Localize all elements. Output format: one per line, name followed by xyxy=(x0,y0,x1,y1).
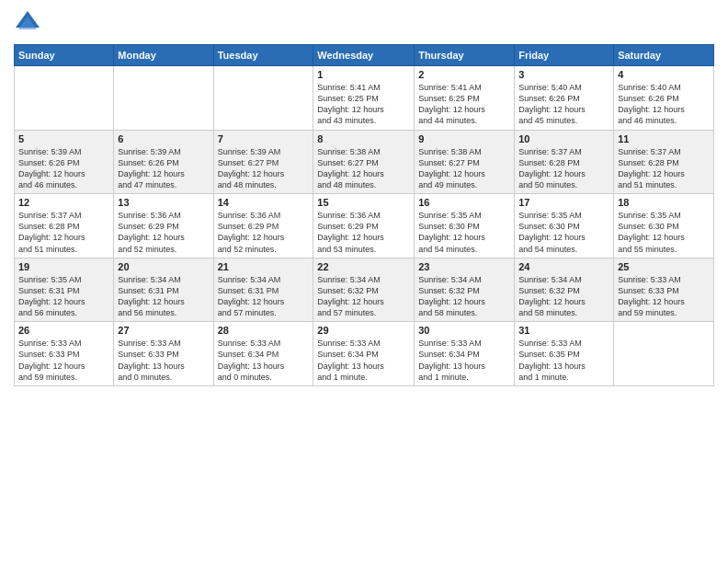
day-number: 18 xyxy=(618,197,710,208)
day-number: 25 xyxy=(618,261,710,272)
day-number: 10 xyxy=(518,133,609,144)
day-info: Sunrise: 5:33 AM Sunset: 6:34 PM Dayligh… xyxy=(317,338,410,383)
calendar-cell: 2Sunrise: 5:41 AM Sunset: 6:25 PM Daylig… xyxy=(415,66,515,131)
day-info: Sunrise: 5:34 AM Sunset: 6:31 PM Dayligh… xyxy=(218,274,310,319)
day-info: Sunrise: 5:33 AM Sunset: 6:33 PM Dayligh… xyxy=(618,274,710,319)
calendar-cell: 3Sunrise: 5:40 AM Sunset: 6:26 PM Daylig… xyxy=(515,66,614,131)
day-number: 23 xyxy=(418,261,510,272)
day-info: Sunrise: 5:33 AM Sunset: 6:34 PM Dayligh… xyxy=(418,338,510,383)
calendar-cell: 28Sunrise: 5:33 AM Sunset: 6:34 PM Dayli… xyxy=(213,322,313,386)
day-number: 31 xyxy=(518,325,609,336)
day-number: 12 xyxy=(18,197,109,208)
day-number: 5 xyxy=(18,133,109,144)
calendar-cell: 16Sunrise: 5:35 AM Sunset: 6:30 PM Dayli… xyxy=(415,194,515,259)
calendar-cell: 9Sunrise: 5:38 AM Sunset: 6:27 PM Daylig… xyxy=(415,130,515,194)
calendar-cell: 20Sunrise: 5:34 AM Sunset: 6:31 PM Dayli… xyxy=(114,258,213,322)
calendar-week-row: 12Sunrise: 5:37 AM Sunset: 6:28 PM Dayli… xyxy=(15,194,714,259)
calendar-cell: 27Sunrise: 5:33 AM Sunset: 6:33 PM Dayli… xyxy=(114,322,213,386)
day-info: Sunrise: 5:39 AM Sunset: 6:26 PM Dayligh… xyxy=(18,146,109,191)
calendar-cell: 7Sunrise: 5:39 AM Sunset: 6:27 PM Daylig… xyxy=(213,130,313,194)
calendar-cell: 4Sunrise: 5:40 AM Sunset: 6:26 PM Daylig… xyxy=(614,66,714,131)
day-of-week-header: Thursday xyxy=(415,45,515,66)
calendar-cell: 29Sunrise: 5:33 AM Sunset: 6:34 PM Dayli… xyxy=(313,322,415,386)
calendar-cell xyxy=(614,322,714,386)
calendar-cell: 25Sunrise: 5:33 AM Sunset: 6:33 PM Dayli… xyxy=(614,258,714,322)
calendar-cell: 21Sunrise: 5:34 AM Sunset: 6:31 PM Dayli… xyxy=(213,258,313,322)
day-info: Sunrise: 5:34 AM Sunset: 6:32 PM Dayligh… xyxy=(518,274,609,319)
calendar-cell: 12Sunrise: 5:37 AM Sunset: 6:28 PM Dayli… xyxy=(15,194,114,259)
calendar-cell: 30Sunrise: 5:33 AM Sunset: 6:34 PM Dayli… xyxy=(415,322,515,386)
calendar-cell xyxy=(213,66,313,131)
day-number: 11 xyxy=(618,133,710,144)
day-info: Sunrise: 5:36 AM Sunset: 6:29 PM Dayligh… xyxy=(118,210,209,255)
calendar-cell: 14Sunrise: 5:36 AM Sunset: 6:29 PM Dayli… xyxy=(213,194,313,259)
calendar-cell: 15Sunrise: 5:36 AM Sunset: 6:29 PM Dayli… xyxy=(313,194,415,259)
day-info: Sunrise: 5:41 AM Sunset: 6:25 PM Dayligh… xyxy=(317,82,410,127)
calendar-cell: 22Sunrise: 5:34 AM Sunset: 6:32 PM Dayli… xyxy=(313,258,415,322)
header xyxy=(14,9,714,40)
calendar-cell: 5Sunrise: 5:39 AM Sunset: 6:26 PM Daylig… xyxy=(15,130,114,194)
day-info: Sunrise: 5:33 AM Sunset: 6:33 PM Dayligh… xyxy=(18,338,109,383)
calendar-cell: 8Sunrise: 5:38 AM Sunset: 6:27 PM Daylig… xyxy=(313,130,415,194)
day-info: Sunrise: 5:39 AM Sunset: 6:26 PM Dayligh… xyxy=(118,146,209,191)
day-number: 9 xyxy=(418,133,510,144)
logo-icon xyxy=(14,9,41,37)
calendar-cell: 18Sunrise: 5:35 AM Sunset: 6:30 PM Dayli… xyxy=(614,194,714,259)
day-number: 16 xyxy=(418,197,510,208)
day-info: Sunrise: 5:37 AM Sunset: 6:28 PM Dayligh… xyxy=(518,146,609,191)
day-number: 20 xyxy=(118,261,209,272)
day-info: Sunrise: 5:36 AM Sunset: 6:29 PM Dayligh… xyxy=(218,210,310,255)
calendar-cell xyxy=(15,66,114,131)
day-info: Sunrise: 5:38 AM Sunset: 6:27 PM Dayligh… xyxy=(317,146,410,191)
calendar-cell: 10Sunrise: 5:37 AM Sunset: 6:28 PM Dayli… xyxy=(515,130,614,194)
calendar-cell: 13Sunrise: 5:36 AM Sunset: 6:29 PM Dayli… xyxy=(114,194,213,259)
day-number: 26 xyxy=(18,325,109,336)
day-number: 7 xyxy=(218,133,310,144)
day-info: Sunrise: 5:33 AM Sunset: 6:33 PM Dayligh… xyxy=(118,338,209,383)
calendar-week-row: 5Sunrise: 5:39 AM Sunset: 6:26 PM Daylig… xyxy=(15,130,714,194)
day-number: 6 xyxy=(118,133,209,144)
calendar-body: 1Sunrise: 5:41 AM Sunset: 6:25 PM Daylig… xyxy=(15,66,714,386)
day-number: 28 xyxy=(218,325,310,336)
day-info: Sunrise: 5:38 AM Sunset: 6:27 PM Dayligh… xyxy=(418,146,510,191)
logo xyxy=(14,9,45,40)
day-of-week-header: Sunday xyxy=(15,45,114,66)
calendar-cell: 1Sunrise: 5:41 AM Sunset: 6:25 PM Daylig… xyxy=(313,66,415,131)
day-info: Sunrise: 5:34 AM Sunset: 6:31 PM Dayligh… xyxy=(118,274,209,319)
day-number: 30 xyxy=(418,325,510,336)
day-info: Sunrise: 5:37 AM Sunset: 6:28 PM Dayligh… xyxy=(618,146,710,191)
day-number: 3 xyxy=(518,69,609,80)
calendar-cell: 11Sunrise: 5:37 AM Sunset: 6:28 PM Dayli… xyxy=(614,130,714,194)
day-info: Sunrise: 5:36 AM Sunset: 6:29 PM Dayligh… xyxy=(317,210,410,255)
calendar-cell: 23Sunrise: 5:34 AM Sunset: 6:32 PM Dayli… xyxy=(415,258,515,322)
calendar-cell: 6Sunrise: 5:39 AM Sunset: 6:26 PM Daylig… xyxy=(114,130,213,194)
day-info: Sunrise: 5:40 AM Sunset: 6:26 PM Dayligh… xyxy=(518,82,609,127)
day-info: Sunrise: 5:33 AM Sunset: 6:34 PM Dayligh… xyxy=(218,338,310,383)
calendar-cell xyxy=(114,66,213,131)
day-info: Sunrise: 5:35 AM Sunset: 6:31 PM Dayligh… xyxy=(18,274,109,319)
day-info: Sunrise: 5:37 AM Sunset: 6:28 PM Dayligh… xyxy=(18,210,109,255)
day-of-week-header: Friday xyxy=(515,45,614,66)
day-number: 17 xyxy=(518,197,609,208)
calendar-cell: 26Sunrise: 5:33 AM Sunset: 6:33 PM Dayli… xyxy=(15,322,114,386)
day-number: 29 xyxy=(317,325,410,336)
calendar: SundayMondayTuesdayWednesdayThursdayFrid… xyxy=(14,44,714,386)
day-of-week-header: Wednesday xyxy=(313,45,415,66)
day-of-week-header: Monday xyxy=(114,45,213,66)
day-number: 21 xyxy=(218,261,310,272)
day-number: 15 xyxy=(317,197,410,208)
day-info: Sunrise: 5:40 AM Sunset: 6:26 PM Dayligh… xyxy=(618,82,710,127)
day-of-week-header: Saturday xyxy=(614,45,714,66)
calendar-cell: 17Sunrise: 5:35 AM Sunset: 6:30 PM Dayli… xyxy=(515,194,614,259)
day-number: 2 xyxy=(418,69,510,80)
day-info: Sunrise: 5:35 AM Sunset: 6:30 PM Dayligh… xyxy=(418,210,510,255)
day-number: 4 xyxy=(618,69,710,80)
day-of-week-header: Tuesday xyxy=(213,45,313,66)
day-number: 13 xyxy=(118,197,209,208)
day-info: Sunrise: 5:35 AM Sunset: 6:30 PM Dayligh… xyxy=(518,210,609,255)
day-info: Sunrise: 5:34 AM Sunset: 6:32 PM Dayligh… xyxy=(418,274,510,319)
day-number: 1 xyxy=(317,69,410,80)
page-container: SundayMondayTuesdayWednesdayThursdayFrid… xyxy=(0,0,728,396)
calendar-cell: 24Sunrise: 5:34 AM Sunset: 6:32 PM Dayli… xyxy=(515,258,614,322)
day-info: Sunrise: 5:35 AM Sunset: 6:30 PM Dayligh… xyxy=(618,210,710,255)
